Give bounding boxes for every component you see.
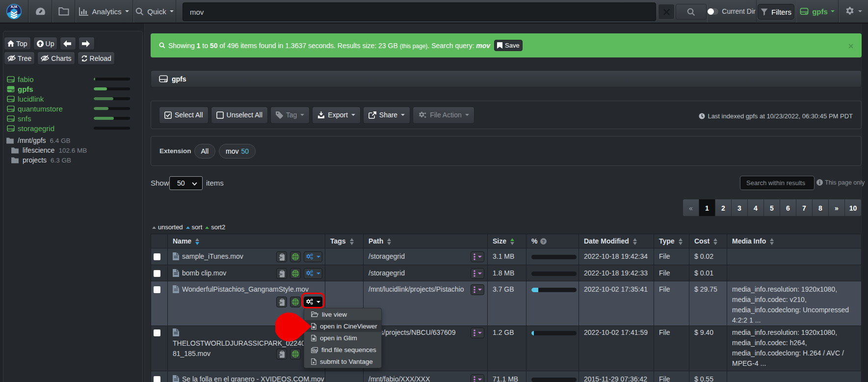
- svg-text:AJA: AJA: [11, 5, 18, 8]
- svg-text:?: ?: [542, 239, 545, 244]
